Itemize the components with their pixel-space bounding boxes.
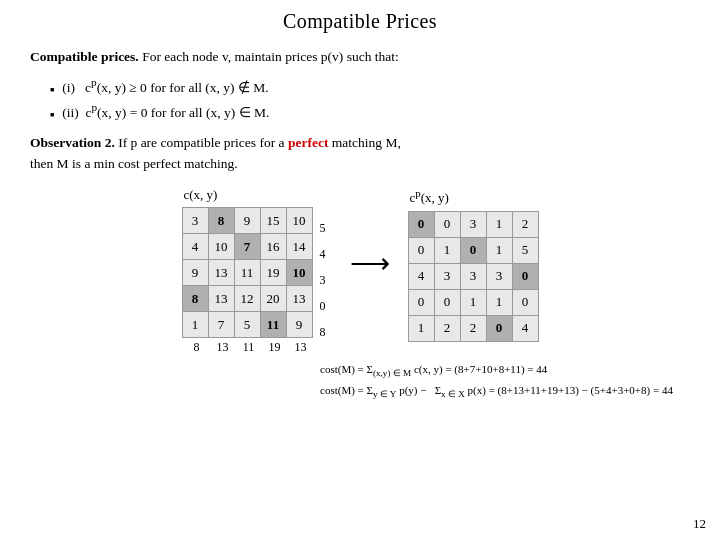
right-table-block: cp(x, y) 0 0 3 1 2 0 1 0 1 5 (408, 187, 539, 341)
cell: 3 (486, 263, 512, 289)
cell: 0 (408, 211, 434, 237)
cell: 5 (512, 237, 538, 263)
obs-text1: If p are compatible prices for a perfect… (118, 135, 401, 150)
cell: 7 (208, 312, 234, 338)
cell: 1 (182, 312, 208, 338)
tables-section: c(x, y) 3 8 9 15 10 4 10 7 16 14 (30, 187, 690, 355)
table-row: 3 8 9 15 10 (182, 208, 312, 234)
cell: 13 (208, 286, 234, 312)
cell: 15 (260, 208, 286, 234)
cell: 12 (234, 286, 260, 312)
bottom-label: 11 (236, 340, 262, 355)
cell: 11 (260, 312, 286, 338)
cost-line-1: cost(M) = Σ(x,y) ∈ M c(x, y) = (8+7+10+8… (320, 363, 690, 378)
right-table-label: cp(x, y) (408, 187, 449, 206)
bottom-label: 19 (262, 340, 288, 355)
intro-text-compatible: Compatible prices. For each node v, main… (30, 49, 399, 64)
cell: 0 (408, 237, 434, 263)
cell: 9 (182, 260, 208, 286)
intro-line1: Compatible prices. For each node v, main… (30, 47, 690, 67)
bullet-item-1: (i) cp(x, y) ≥ 0 for for all (x, y) ∉ M. (50, 73, 690, 98)
cell: 10 (208, 234, 234, 260)
cell: 2 (434, 315, 460, 341)
cell: 0 (408, 289, 434, 315)
cell: 14 (286, 234, 312, 260)
page: Compatible Prices Compatible prices. For… (0, 0, 720, 540)
side-label: 8 (320, 319, 326, 345)
bottom-labels: 8 13 11 19 13 (182, 340, 314, 355)
cell: 2 (460, 315, 486, 341)
bottom-label: 13 (288, 340, 314, 355)
cell: 1 (408, 315, 434, 341)
bullet-list: (i) cp(x, y) ≥ 0 for for all (x, y) ∉ M.… (50, 73, 690, 123)
cell: 4 (512, 315, 538, 341)
table-row: 1 7 5 11 9 (182, 312, 312, 338)
cell: 1 (486, 289, 512, 315)
cell: 0 (434, 289, 460, 315)
cell: 10 (286, 208, 312, 234)
cell: 11 (234, 260, 260, 286)
obs-text2: then M is a min cost perfect matching. (30, 156, 238, 171)
page-number: 12 (693, 516, 706, 532)
cell: 0 (512, 289, 538, 315)
table-row: 1 2 2 0 4 (408, 315, 538, 341)
cell: 1 (460, 289, 486, 315)
cell: 0 (512, 263, 538, 289)
cell: 1 (486, 237, 512, 263)
table-row: 4 10 7 16 14 (182, 234, 312, 260)
cell: 1 (486, 211, 512, 237)
cell: 3 (460, 263, 486, 289)
right-table: 0 0 3 1 2 0 1 0 1 5 4 3 (408, 211, 539, 342)
cell: 3 (460, 211, 486, 237)
cell: 0 (460, 237, 486, 263)
cell: 2 (512, 211, 538, 237)
bullet-2-text: (ii) cp(x, y) = 0 for for all (x, y) ∈ M… (62, 98, 269, 123)
obs-label: Observation 2. (30, 135, 115, 150)
cost-line-2: cost(M) = Σy ∈ Y p(y) − Σx ∈ X p(x) = (8… (320, 384, 690, 399)
cell: 4 (408, 263, 434, 289)
table-row: 4 3 3 3 0 (408, 263, 538, 289)
bottom-label: 13 (210, 340, 236, 355)
table-row: 9 13 11 19 10 (182, 260, 312, 286)
cell: 8 (208, 208, 234, 234)
cell: 0 (434, 211, 460, 237)
cell: 3 (434, 263, 460, 289)
cell: 20 (260, 286, 286, 312)
cell: 10 (286, 260, 312, 286)
cost-notes: cost(M) = Σ(x,y) ∈ M c(x, y) = (8+7+10+8… (310, 363, 690, 399)
cell: 9 (286, 312, 312, 338)
cell: 13 (208, 260, 234, 286)
cell: 19 (260, 260, 286, 286)
cell: 13 (286, 286, 312, 312)
cell: 3 (182, 208, 208, 234)
table-row: 0 0 1 1 0 (408, 289, 538, 315)
side-label: 0 (320, 293, 326, 319)
observation-block: Observation 2. If p are compatible price… (30, 133, 690, 175)
side-label: 5 (320, 215, 326, 241)
cell: 5 (234, 312, 260, 338)
side-labels: 5 4 3 0 8 (320, 187, 326, 345)
side-label: 4 (320, 241, 326, 267)
cell: 7 (234, 234, 260, 260)
arrow: ⟶ (350, 187, 390, 280)
left-table-block: c(x, y) 3 8 9 15 10 4 10 7 16 14 (182, 187, 332, 355)
left-table: 3 8 9 15 10 4 10 7 16 14 9 (182, 207, 313, 338)
bottom-label: 8 (184, 340, 210, 355)
right-arrow-icon: ⟶ (350, 247, 390, 280)
table-row: 8 13 12 20 13 (182, 286, 312, 312)
side-label: 3 (320, 267, 326, 293)
cell: 16 (260, 234, 286, 260)
left-table-label: c(x, y) (182, 187, 218, 203)
cell: 8 (182, 286, 208, 312)
cell: 4 (182, 234, 208, 260)
cell: 9 (234, 208, 260, 234)
table-row: 0 1 0 1 5 (408, 237, 538, 263)
bullet-item-2: (ii) cp(x, y) = 0 for for all (x, y) ∈ M… (50, 98, 690, 123)
page-title: Compatible Prices (30, 10, 690, 33)
cell: 0 (486, 315, 512, 341)
bullet-1-text: (i) cp(x, y) ≥ 0 for for all (x, y) ∉ M. (62, 73, 268, 98)
table-row: 0 0 3 1 2 (408, 211, 538, 237)
cell: 1 (434, 237, 460, 263)
